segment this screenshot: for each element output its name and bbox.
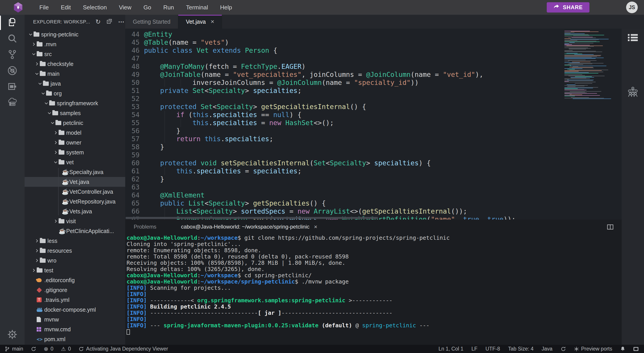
code-line[interactable]: 57 return this.specialties;: [125, 135, 622, 143]
tab-vet-java[interactable]: Vet.java×: [178, 15, 222, 28]
code-line[interactable]: 50 inverseJoinColumns = @JoinColumn(name…: [125, 79, 622, 87]
tree-item-pom-xml[interactable]: <>pom.xml: [24, 334, 125, 344]
terminal-panel[interactable]: Problemscabox@Java-Helloworld: ~/workspa…: [125, 220, 622, 345]
minimap[interactable]: [564, 29, 619, 99]
code-line[interactable]: 56 }: [125, 127, 622, 135]
status-item-screen[interactable]: [633, 347, 639, 352]
code-line[interactable]: 63: [125, 183, 622, 191]
tree-item--gitignore[interactable]: .gitignore: [24, 285, 125, 295]
tree-item-vet[interactable]: vet: [24, 157, 125, 167]
code-line[interactable]: 49 @JoinTable(name = "vet_specialties", …: [125, 71, 622, 79]
code-line[interactable]: 58 }: [125, 143, 622, 151]
tree-item-test[interactable]: test: [24, 265, 125, 275]
menu-selection[interactable]: Selection: [83, 4, 107, 11]
code-line[interactable]: 52: [125, 95, 622, 103]
tree-item-springframework[interactable]: springframework: [24, 98, 125, 108]
tree-item--travis-yml[interactable]: T.travis.yml: [24, 295, 125, 305]
status-item-tab-size-4[interactable]: Tab Size: 4: [508, 346, 534, 352]
horizontal-scrollbar[interactable]: [126, 217, 378, 219]
user-avatar[interactable]: JS: [626, 1, 638, 13]
tree-item-wro[interactable]: wro: [24, 256, 125, 265]
tree-item-vetrepository-java[interactable]: ☕VetRepository.java: [24, 197, 125, 206]
tree-item-vetcontroller-java[interactable]: ☕VetController.java: [24, 187, 125, 197]
status-item-main[interactable]: main: [4, 346, 23, 352]
tree-item-system[interactable]: system: [24, 147, 125, 157]
close-icon[interactable]: ×: [314, 224, 317, 230]
close-icon[interactable]: ×: [211, 18, 214, 25]
status-item-utf-8[interactable]: UTF-8: [486, 346, 500, 352]
code-line[interactable]: 60 protected void setSpecialtiesInternal…: [125, 159, 622, 167]
tree-item-petclinic[interactable]: petclinic: [24, 118, 125, 128]
menu-file[interactable]: File: [39, 4, 49, 11]
app-logo-icon[interactable]: [12, 2, 24, 14]
tree-item-java[interactable]: java: [24, 79, 125, 88]
code-editor[interactable]: 44@Entity45@Table(name = "vets")46public…: [125, 28, 622, 220]
menu-view[interactable]: View: [119, 4, 132, 11]
menu-help[interactable]: Help: [220, 4, 232, 11]
tree-item-vet-java[interactable]: ☕Vet.java: [24, 177, 125, 187]
status-item-lf[interactable]: LF: [471, 346, 478, 352]
code-line[interactable]: 54 if (this.specialties == null) {: [125, 111, 622, 119]
tree-item--mvn[interactable]: .mvn: [24, 39, 125, 49]
tree-item-spring-petclinic[interactable]: spring-petclinic: [24, 29, 125, 39]
menu-run[interactable]: Run: [163, 4, 174, 11]
tree-item--editorconfig[interactable]: .editorconfig: [24, 275, 125, 285]
code-line[interactable]: 61 this.specialties = specialties;: [125, 167, 622, 175]
code-line[interactable]: 65 public List<Specialty> getSpecialties…: [125, 199, 622, 207]
status-item-java[interactable]: Java: [542, 346, 552, 352]
collaboration-button[interactable]: [622, 82, 644, 102]
refresh-icon[interactable]: ↻: [96, 19, 100, 25]
tree-item-visit[interactable]: visit: [24, 216, 125, 226]
tree-item-resources[interactable]: resources: [24, 246, 125, 256]
status-item-bell[interactable]: [620, 346, 625, 352]
tree-item-checkstyle[interactable]: checkstyle: [24, 59, 125, 69]
status-item-sync[interactable]: [560, 346, 566, 352]
tab-getting-started[interactable]: Getting Started: [125, 15, 178, 28]
status-item-ln-1-col-1[interactable]: Ln 1, Col 1: [438, 346, 463, 352]
menu-go[interactable]: Go: [144, 4, 152, 11]
activity-debug-disabled[interactable]: [0, 63, 24, 79]
status-item-0[interactable]: ⚠0: [61, 346, 71, 352]
collapse-all-icon[interactable]: [106, 18, 112, 25]
tree-item-less[interactable]: less: [24, 236, 125, 246]
tree-item-src[interactable]: src: [24, 49, 125, 59]
tree-item-specialty-java[interactable]: ☕Specialty.java: [24, 167, 125, 177]
panel-tab-problems[interactable]: Problems: [134, 224, 156, 230]
code-line[interactable]: 62 }: [125, 175, 622, 183]
tree-item-model[interactable]: model: [24, 128, 125, 138]
activity-extensions[interactable]: [0, 79, 24, 95]
tree-item-mvnw-cmd[interactable]: mvnw.cmd: [24, 325, 125, 334]
menu-terminal[interactable]: Terminal: [186, 4, 208, 11]
outline-list-button[interactable]: [622, 28, 644, 49]
share-button[interactable]: SHARE: [547, 2, 590, 12]
code-line[interactable]: 53 protected Set<Specialty> getSpecialti…: [125, 103, 622, 111]
tree-item-samples[interactable]: samples: [24, 108, 125, 118]
status-item-sync[interactable]: [31, 346, 36, 352]
tree-item-main[interactable]: main: [24, 69, 125, 79]
code-line[interactable]: 44@Entity: [125, 30, 622, 38]
code-line[interactable]: 55 this.specialties = new HashSet<>();: [125, 119, 622, 127]
activity-search[interactable]: [0, 31, 24, 47]
activity-cloud-server[interactable]: [0, 95, 24, 111]
panel-tab-terminal[interactable]: cabox@Java-Helloworld: ~/workspace/sprin…: [181, 224, 317, 230]
activity-source-control[interactable]: [0, 47, 24, 63]
code-line[interactable]: 64 @XmlElement: [125, 191, 622, 199]
menu-edit[interactable]: Edit: [61, 4, 71, 11]
status-item-preview-ports[interactable]: Preview ports: [574, 346, 612, 352]
code-line[interactable]: 59: [125, 151, 622, 159]
code-line[interactable]: 46public class Vet extends Person {: [125, 46, 622, 54]
tree-item-vets-java[interactable]: ☕Vets.java: [24, 206, 125, 216]
code-line[interactable]: 48 @ManyToMany(fetch = FetchType.EAGER): [125, 62, 622, 71]
tree-item-org[interactable]: org: [24, 88, 125, 98]
code-line[interactable]: 66 List<Specialty> sortedSpecs = new Arr…: [125, 207, 622, 215]
code-line[interactable]: 51 private Set<Specialty> specialties;: [125, 87, 622, 95]
tree-item-mvnw[interactable]: mvnw: [24, 315, 125, 325]
code-line[interactable]: 47: [125, 54, 622, 62]
activity-explorer[interactable]: [0, 15, 24, 31]
tree-item-docker-compose-yml[interactable]: docker-compose.yml: [24, 305, 125, 315]
more-actions-icon[interactable]: ⋯: [118, 19, 124, 25]
status-item-0[interactable]: ⊗0: [44, 346, 54, 352]
tree-item-owner[interactable]: owner: [24, 138, 125, 147]
code-line[interactable]: 45@Table(name = "vets"): [125, 38, 622, 46]
panel-split-button[interactable]: [607, 224, 614, 231]
